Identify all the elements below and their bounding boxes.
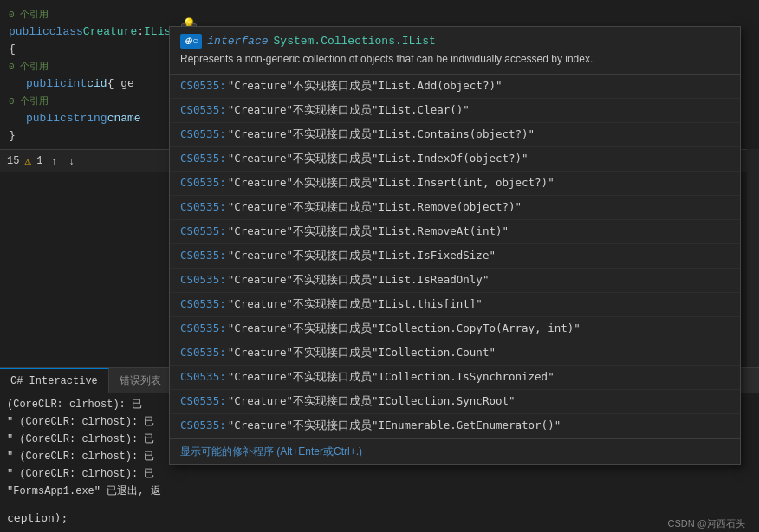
popup-description: Represents a non-generic collection of o…	[180, 52, 730, 67]
error-msg: "Creature"不实现接口成员"IList.this[int]"	[228, 297, 483, 310]
error-code: CS0535:	[180, 321, 226, 334]
arrow-down-button[interactable]: ↓	[65, 153, 77, 169]
prop-cid: cid	[87, 77, 107, 90]
ref-count-2: 0 个引用	[9, 60, 52, 73]
open-brace: {	[9, 42, 16, 55]
error-item[interactable]: CS0535:"Creature"不实现接口成员"IList.RemoveAt(…	[170, 220, 740, 244]
class-name: Creature	[83, 25, 137, 38]
error-code: CS0535:	[180, 224, 226, 237]
fix-link[interactable]: 显示可能的修补程序 (Alt+Enter或Ctrl+.)	[170, 438, 740, 464]
error-msg: "Creature"不实现接口成员"IList.IsFixedSize"	[228, 249, 496, 262]
error-code: CS0535:	[180, 200, 226, 213]
error-code: CS0535:	[180, 176, 226, 189]
error-code: CS0535:	[180, 346, 226, 359]
error-item[interactable]: CS0535:"Creature"不实现接口成员"IList.IsReadOnl…	[170, 269, 740, 293]
error-item[interactable]: CS0535:"Creature"不实现接口成员"IList.Insert(in…	[170, 172, 740, 196]
error-item[interactable]: CS0535:"Creature"不实现接口成员"IList.Contains(…	[170, 123, 740, 147]
keyword-class: class	[49, 25, 83, 38]
output-line: " (CoreCLR: clrhost): 已	[0, 465, 759, 483]
error-code: CS0535:	[180, 273, 226, 286]
arrow-up-button[interactable]: ↑	[48, 153, 60, 169]
error-count: 1	[36, 155, 42, 167]
error-code: CS0535:	[180, 103, 226, 116]
kw-public-2: public	[26, 77, 67, 90]
output-line: "FormsApp1.exe" 已退出, 返	[0, 483, 759, 500]
error-item[interactable]: CS0535:"Creature"不实现接口成员"IList.Add(objec…	[170, 75, 740, 99]
error-item[interactable]: CS0535:"Creature"不实现接口成员"ICollection.Cou…	[170, 341, 740, 366]
tab-1[interactable]: 错误列表	[109, 368, 172, 393]
error-msg: "Creature"不实现接口成员"IList.Contains(object?…	[228, 127, 535, 140]
editor-area: 0 个引用 public class Creature : IList 💡▾ {…	[0, 0, 759, 532]
error-msg: "Creature"不实现接口成员"IList.Remove(object?)"	[228, 200, 522, 213]
close-brace: }	[9, 129, 16, 142]
error-msg: "Creature"不实现接口成员"IList.IndexOf(object?)…	[228, 152, 529, 165]
error-number: 15	[7, 155, 19, 167]
error-code: CS0535:	[180, 249, 226, 262]
error-item[interactable]: CS0535:"Creature"不实现接口成员"IList.IsFixedSi…	[170, 244, 740, 269]
interactive-input[interactable]	[7, 511, 180, 524]
csdn-watermark: CSDN @河西石头	[668, 517, 745, 530]
error-msg: "Creature"不实现接口成员"ICollection.SyncRoot"	[228, 394, 516, 407]
interface-full-name: System.Collections.IList	[274, 35, 436, 48]
error-code: CS0535:	[180, 297, 226, 310]
error-code: CS0535:	[180, 152, 226, 165]
error-code: CS0535:	[180, 79, 226, 92]
prop-cname: cname	[107, 112, 141, 125]
warning-icon: ⚠	[24, 154, 31, 168]
error-item[interactable]: CS0535:"Creature"不实现接口成员"ICollection.Cop…	[170, 317, 740, 341]
error-dropdown-popup: ⊕○ interface System.Collections.IList Re…	[169, 26, 741, 465]
error-code: CS0535:	[180, 418, 226, 431]
error-msg: "Creature"不实现接口成员"IList.Insert(int, obje…	[228, 176, 555, 189]
tab-0[interactable]: C# Interactive	[0, 368, 109, 393]
error-code: CS0535:	[180, 370, 226, 383]
error-item[interactable]: CS0535:"Creature"不实现接口成员"IList.Remove(ob…	[170, 196, 740, 220]
code-line-1: 0 个引用	[0, 5, 759, 23]
error-code: CS0535:	[180, 127, 226, 140]
ref-count-3: 0 个引用	[9, 94, 52, 107]
keyword-public: public	[9, 25, 49, 38]
error-code: CS0535:	[180, 394, 226, 407]
popup-header-title: ⊕○ interface System.Collections.IList	[180, 34, 730, 49]
error-msg: "Creature"不实现接口成员"IList.Add(object?)"	[228, 79, 503, 92]
error-item[interactable]: CS0535:"Creature"不实现接口成员"IList.Clear()"	[170, 99, 740, 123]
kw-public-3: public	[26, 112, 67, 125]
error-msg: "Creature"不实现接口成员"IList.IsReadOnly"	[228, 273, 490, 286]
interface-keyword: interface	[207, 35, 268, 48]
kw-int: int	[67, 77, 87, 90]
ref-count-1: 0 个引用	[9, 8, 52, 21]
input-line	[0, 509, 759, 527]
error-item[interactable]: CS0535:"Creature"不实现接口成员"IEnumerable.Get…	[170, 414, 740, 438]
prop-cid-rest: { ge	[107, 77, 134, 90]
error-msg: "Creature"不实现接口成员"IEnumerable.GetEnumera…	[228, 418, 561, 431]
error-msg: "Creature"不实现接口成员"IList.RemoveAt(int)"	[228, 224, 509, 237]
error-item[interactable]: CS0535:"Creature"不实现接口成员"IList.this[int]…	[170, 293, 740, 317]
error-list[interactable]: CS0535:"Creature"不实现接口成员"IList.Add(objec…	[170, 75, 740, 438]
error-item[interactable]: CS0535:"Creature"不实现接口成员"ICollection.IsS…	[170, 366, 740, 390]
error-msg: "Creature"不实现接口成员"IList.Clear()"	[228, 103, 470, 116]
interface-icon: ⊕○	[180, 34, 202, 49]
kw-string: string	[67, 112, 107, 125]
popup-header: ⊕○ interface System.Collections.IList Re…	[170, 27, 740, 75]
error-msg: "Creature"不实现接口成员"ICollection.IsSynchron…	[228, 370, 555, 383]
colon: :	[137, 25, 144, 38]
error-item[interactable]: CS0535:"Creature"不实现接口成员"IList.IndexOf(o…	[170, 147, 740, 172]
error-item[interactable]: CS0535:"Creature"不实现接口成员"ICollection.Syn…	[170, 390, 740, 414]
error-msg: "Creature"不实现接口成员"ICollection.Count"	[228, 346, 496, 359]
error-msg: "Creature"不实现接口成员"ICollection.CopyTo(Arr…	[228, 321, 581, 334]
